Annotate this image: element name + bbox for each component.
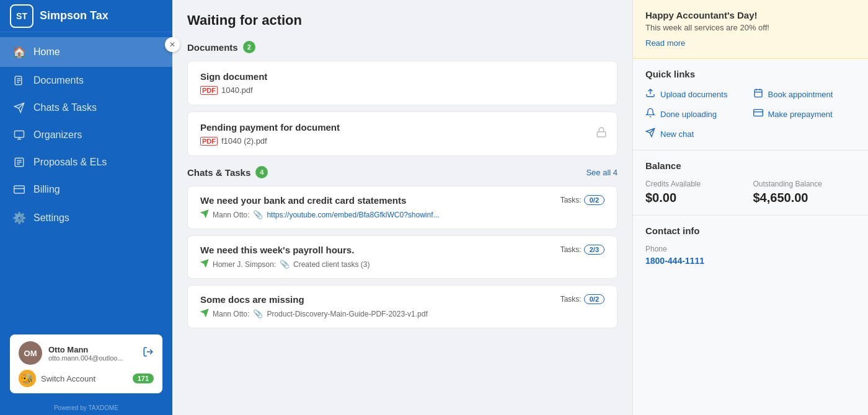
company-logo: ST xyxy=(10,4,33,28)
attach-icon-1: 📎 xyxy=(280,260,290,269)
chat-attachment-1: Created client tasks (3) xyxy=(293,260,370,269)
pdf-icon-0: PDF xyxy=(200,86,218,95)
contact-title: Contact info xyxy=(645,225,856,236)
document-file-1: PDF f1040 (2).pdf xyxy=(200,136,604,146)
sidebar-item-settings[interactable]: ⚙️ Settings xyxy=(0,203,172,233)
main-content: Waiting for action Documents 2 Sign docu… xyxy=(172,0,632,415)
svg-rect-2 xyxy=(15,131,24,138)
chat-attachment-2: Product-Discovery-Main-Guide-PDF-2023-v1… xyxy=(267,310,427,318)
organizers-icon xyxy=(12,129,26,141)
powered-by: Powered by TAXDOME xyxy=(0,401,172,415)
quick-link-done-uploading[interactable]: Done uploading xyxy=(645,108,748,120)
sidebar-item-billing[interactable]: Billing xyxy=(0,176,172,203)
send-icon-1 xyxy=(200,259,209,269)
chats-section: Chats & Tasks 4 See all 4 We need your b… xyxy=(187,166,618,328)
chats-section-title: Chats & Tasks xyxy=(187,167,250,178)
done-uploading-label: Done uploading xyxy=(660,110,717,119)
chat-card-0[interactable]: We need your bank and credit card statem… xyxy=(187,186,618,229)
svg-rect-6 xyxy=(14,186,25,193)
sidebar-collapse-button[interactable]: ✕ xyxy=(165,37,180,52)
outstanding-value: $4,650.00 xyxy=(753,191,856,205)
documents-count-badge: 2 xyxy=(243,41,255,53)
chat-card-2-header: Some docs are missing Tasks: 0/2 xyxy=(200,294,604,305)
balance-title: Balance xyxy=(645,160,856,171)
document-action-0: Sign document xyxy=(200,71,604,82)
chat-link-0[interactable]: https://youtube.com/embed/Bfa8GfklWC0?sh… xyxy=(267,211,439,219)
phone-value[interactable]: 1800-444-1111 xyxy=(645,256,856,266)
right-panel: Happy Accountant's Day! This week all se… xyxy=(632,0,868,415)
tasks-badge-1: Tasks: 2/3 xyxy=(560,245,604,255)
new-chat-label: New chat xyxy=(660,129,694,139)
quick-link-appointment[interactable]: Book appointment xyxy=(753,88,856,100)
sidebar-item-proposals[interactable]: Proposals & ELs xyxy=(0,149,172,176)
make-prepayment-label: Make prepayment xyxy=(768,110,833,119)
phone-label: Phone xyxy=(645,245,856,253)
send-icon-2 xyxy=(200,308,209,319)
credits-label: Credits Available xyxy=(645,180,748,188)
user-name: Otto Mann xyxy=(48,345,136,354)
settings-icon: ⚙️ xyxy=(12,211,26,225)
documents-section-header: Documents 2 xyxy=(187,41,618,53)
sidebar-item-documents[interactable]: Documents xyxy=(0,67,172,94)
svg-rect-14 xyxy=(755,90,762,97)
sidebar: ST Simpson Tax ✕ 🏠 Home Documents Chats … xyxy=(0,0,172,415)
tasks-pill-0: 0/2 xyxy=(584,195,604,205)
home-icon: 🏠 xyxy=(12,45,26,59)
send-icon-0 xyxy=(200,209,209,220)
outstanding-label: Outstanding Balance xyxy=(753,180,856,188)
balance-grid: Credits Available $0.00 Outstanding Bala… xyxy=(645,180,856,205)
quick-links-section: Quick links Upload documents Book appoin… xyxy=(633,59,868,151)
document-card-0[interactable]: Sign document PDF 1040.pdf xyxy=(187,61,618,105)
documents-section-title: Documents xyxy=(187,42,238,53)
attach-icon-0: 📎 xyxy=(253,210,263,219)
documents-icon xyxy=(12,75,26,86)
attach-icon-2: 📎 xyxy=(253,309,263,318)
user-profile: OM Otto Mann otto.mann.004@outloo... xyxy=(19,341,154,365)
outstanding-balance: Outstanding Balance $4,650.00 xyxy=(753,180,856,205)
user-info: Otto Mann otto.mann.004@outloo... xyxy=(48,345,136,362)
quick-link-new-chat[interactable]: New chat xyxy=(645,128,748,140)
pdf-icon-1: PDF xyxy=(200,137,218,146)
promo-read-more[interactable]: Read more xyxy=(645,38,685,48)
credit-card-icon xyxy=(753,108,763,120)
upload-documents-label: Upload documents xyxy=(660,90,727,99)
chat-title-1: We need this week's payroll hours. xyxy=(200,245,354,255)
promo-title: Happy Accountant's Day! xyxy=(645,10,856,20)
chat-card-0-header: We need your bank and credit card statem… xyxy=(200,195,604,206)
logout-button[interactable] xyxy=(143,346,154,360)
sidebar-item-home[interactable]: 🏠 Home xyxy=(0,37,172,67)
quick-links-grid: Upload documents Book appointment Done u… xyxy=(645,88,856,140)
quick-link-upload[interactable]: Upload documents xyxy=(645,88,748,100)
tasks-badge-2: Tasks: 0/2 xyxy=(560,294,604,304)
lock-icon xyxy=(596,127,607,141)
avatar: OM xyxy=(19,341,42,365)
company-name: Simpson Tax xyxy=(40,9,108,22)
quick-link-prepayment[interactable]: Make prepayment xyxy=(753,108,856,120)
proposals-icon xyxy=(12,157,26,168)
billing-icon xyxy=(12,184,26,195)
quick-links-title: Quick links xyxy=(645,69,856,79)
chat-title-2: Some docs are missing xyxy=(200,294,304,305)
chats-section-header: Chats & Tasks 4 See all 4 xyxy=(187,166,618,178)
book-appointment-label: Book appointment xyxy=(768,90,833,99)
see-all-button[interactable]: See all 4 xyxy=(586,168,618,177)
sidebar-item-organizers[interactable]: Organizers xyxy=(0,121,172,149)
credits-available: Credits Available $0.00 xyxy=(645,180,748,205)
sidebar-item-chats[interactable]: Chats & Tasks xyxy=(0,94,172,121)
chat-title-0: We need your bank and credit card statem… xyxy=(200,195,406,206)
chat-card-2[interactable]: Some docs are missing Tasks: 0/2 Mann Ot… xyxy=(187,285,618,328)
promo-subtitle: This week all services are 20% off! xyxy=(645,23,856,32)
promo-banner: Happy Accountant's Day! This week all se… xyxy=(633,0,868,59)
document-action-1: Pending payment for document xyxy=(200,122,604,133)
user-email: otto.mann.004@outloo... xyxy=(48,354,136,362)
document-card-1[interactable]: Pending payment for document PDF f1040 (… xyxy=(187,111,618,156)
contact-section: Contact info Phone 1800-444-1111 xyxy=(633,216,868,276)
upload-icon xyxy=(645,88,655,100)
page-title: Waiting for action xyxy=(187,12,618,28)
chat-card-1[interactable]: We need this week's payroll hours. Tasks… xyxy=(187,235,618,279)
switch-account[interactable]: 🐝 Switch Account 171 xyxy=(19,370,154,387)
chats-count-badge: 4 xyxy=(255,166,268,178)
chat-card-1-header: We need this week's payroll hours. Tasks… xyxy=(200,245,604,255)
svg-marker-11 xyxy=(201,260,208,267)
document-file-0: PDF 1040.pdf xyxy=(200,85,604,95)
